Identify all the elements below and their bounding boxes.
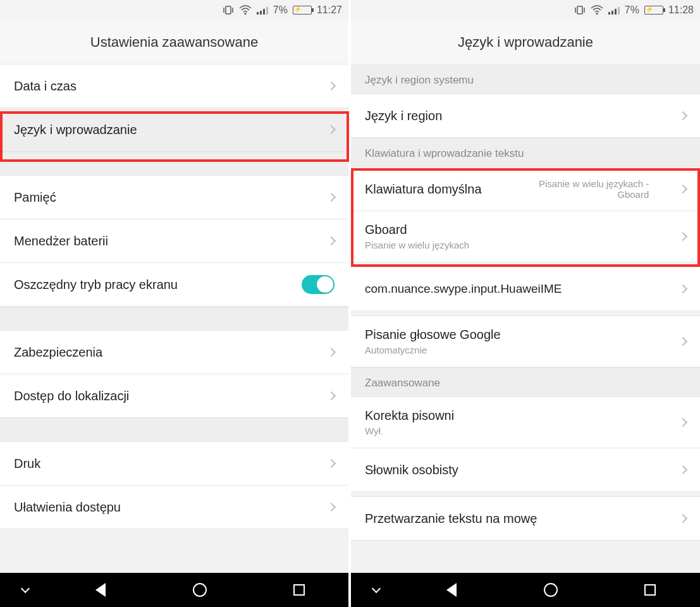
battery-percent: 7% <box>625 4 639 16</box>
chevron-right-icon <box>679 418 687 427</box>
chevron-down-icon <box>21 584 30 593</box>
section-header-keyboard-input: Klawiatura i wprowadzanie tekstu <box>351 138 700 168</box>
row-text-to-speech[interactable]: Przetwarzanie tekstu na mowę <box>351 496 700 541</box>
row-gboard[interactable]: Gboard Pisanie w wielu językach <box>351 211 700 262</box>
chevron-right-icon <box>679 111 687 120</box>
wifi-icon <box>591 5 603 15</box>
row-personal-dictionary[interactable]: Słownik osobisty <box>351 448 700 492</box>
svg-rect-4 <box>577 6 582 14</box>
chevron-right-icon <box>679 465 687 474</box>
row-label: Data i czas <box>14 79 77 94</box>
row-label: Pisanie głosowe Google <box>365 328 501 342</box>
row-screen-power-saving[interactable]: Oszczędny tryb pracy ekranu <box>0 262 348 307</box>
row-spell-check[interactable]: Korekta pisowni Wył. <box>351 396 700 448</box>
row-default-keyboard[interactable]: Klawiatura domyślna Pisanie w wielu języ… <box>351 167 700 211</box>
row-language-input[interactable]: Język i wprowadzanie <box>0 107 348 152</box>
chevron-right-icon <box>679 285 687 293</box>
chevron-right-icon <box>679 514 687 523</box>
row-label: Menedżer baterii <box>14 234 108 248</box>
nav-recents-button[interactable] <box>249 584 348 596</box>
row-label: Pamięć <box>14 190 56 205</box>
row-location-access[interactable]: Dostęp do lokalizacji <box>0 374 348 418</box>
row-subtitle: Pisanie w wielu językach <box>365 240 469 250</box>
recents-square-icon <box>644 584 656 596</box>
section-gap <box>0 152 348 176</box>
row-battery-manager[interactable]: Menedżer baterii <box>0 219 348 263</box>
row-print[interactable]: Druk <box>0 441 348 486</box>
row-label: Słownik osobisty <box>365 463 458 477</box>
recents-square-icon <box>293 584 305 596</box>
screen-advanced-settings: 7% ⚡ 11:27 Ustawienia zaawansowane Data … <box>0 0 349 607</box>
row-subtitle: Automatycznie <box>365 345 501 355</box>
status-bar: 7% ⚡ 11:27 <box>0 0 348 20</box>
chevron-right-icon <box>327 459 336 468</box>
row-subtitle: Wył. <box>365 426 454 436</box>
row-huawei-ime[interactable]: com.nuance.swype.input.HuaweiIME <box>351 267 700 311</box>
row-label: Język i region <box>365 109 442 123</box>
chevron-right-icon <box>327 391 336 400</box>
cell-signal-icon <box>608 6 620 15</box>
home-circle-icon <box>544 583 558 597</box>
section-header-system-language: Język i region systemu <box>351 64 700 94</box>
chevron-right-icon <box>327 82 336 90</box>
row-label: Przetwarzanie tekstu na mowę <box>365 512 537 526</box>
wifi-icon <box>239 5 252 15</box>
row-label: Oszczędny tryb pracy ekranu <box>14 278 178 292</box>
status-bar: 7% ⚡ 11:28 <box>351 0 700 20</box>
home-circle-icon <box>193 583 207 597</box>
vibrate-icon <box>223 5 234 15</box>
nav-back-button[interactable] <box>51 583 150 597</box>
row-security[interactable]: Zabezpieczenia <box>0 330 348 374</box>
screen-language-input: 7% ⚡ 11:28 Język i wprowadzanie Język i … <box>351 0 700 607</box>
battery-icon: ⚡ <box>293 6 312 15</box>
row-label: Korekta pisowni <box>365 408 454 423</box>
page-title: Język i wprowadzanie <box>351 20 700 64</box>
row-label: com.nuance.swype.input.HuaweiIME <box>365 282 562 296</box>
chevron-right-icon <box>679 232 687 241</box>
row-label: Dostęp do lokalizacji <box>14 389 129 403</box>
chevron-right-icon <box>327 503 336 512</box>
section-gap <box>0 418 348 442</box>
settings-list: Język i region systemu Język i region Kl… <box>351 64 700 573</box>
row-accessibility[interactable]: Ułatwienia dostępu <box>0 485 348 529</box>
clock: 11:28 <box>668 4 694 16</box>
vibrate-icon <box>574 5 586 15</box>
settings-list: Data i czas Język i wprowadzanie Pamięć … <box>0 64 348 573</box>
row-google-voice-typing[interactable]: Pisanie głosowe Google Automatycznie <box>351 316 700 367</box>
row-label: Ułatwienia dostępu <box>14 500 121 515</box>
back-triangle-icon <box>95 583 106 597</box>
nav-home-button[interactable] <box>150 583 249 597</box>
chevron-down-icon <box>372 584 381 593</box>
page-title: Ustawienia zaawansowane <box>0 20 348 64</box>
row-memory[interactable]: Pamięć <box>0 175 348 219</box>
nav-home-button[interactable] <box>501 583 600 597</box>
row-label: Klawiatura domyślna <box>365 182 482 197</box>
svg-rect-0 <box>226 6 231 14</box>
nav-expand-button[interactable] <box>0 588 51 592</box>
section-header-advanced: Zaawansowane <box>351 367 700 397</box>
back-triangle-icon <box>446 583 457 597</box>
row-value: Pisanie w wielu językach - Gboard <box>510 178 649 200</box>
nav-recents-button[interactable] <box>601 584 700 596</box>
row-label: Druk <box>14 457 40 471</box>
row-label: Gboard <box>365 223 469 237</box>
row-date-time[interactable]: Data i czas <box>0 64 348 108</box>
battery-icon: ⚡ <box>644 6 663 15</box>
row-label: Zabezpieczenia <box>14 345 102 360</box>
nav-expand-button[interactable] <box>351 588 402 592</box>
section-gap <box>0 307 348 331</box>
chevron-right-icon <box>327 125 336 134</box>
chevron-right-icon <box>679 185 687 193</box>
clock: 11:27 <box>317 4 342 16</box>
battery-percent: 7% <box>273 4 288 16</box>
toggle-switch-on[interactable] <box>302 275 335 294</box>
chevron-right-icon <box>327 348 336 357</box>
row-language-region[interactable]: Język i region <box>351 94 700 138</box>
chevron-right-icon <box>679 337 687 346</box>
chevron-right-icon <box>327 193 336 202</box>
chevron-right-icon <box>327 236 336 245</box>
nav-back-button[interactable] <box>402 583 501 597</box>
svg-point-7 <box>596 13 598 15</box>
row-label: Język i wprowadzanie <box>14 123 137 137</box>
cell-signal-icon <box>257 6 268 15</box>
